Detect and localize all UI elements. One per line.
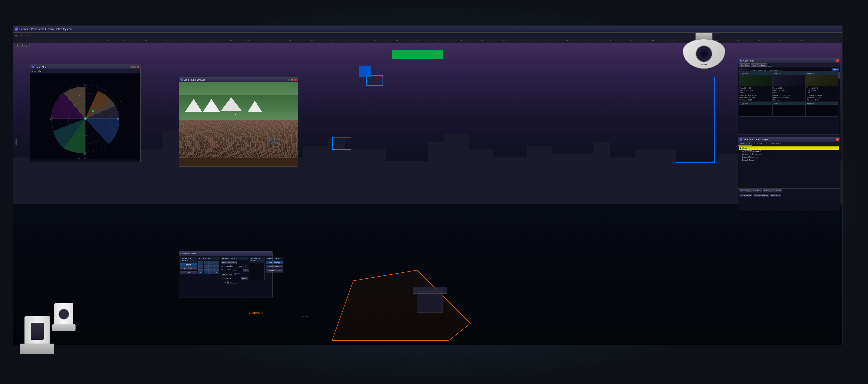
target-thumb-5 <box>773 105 805 116</box>
ptz-section: PTZ Control ↖ ↑ ↗ + ← ● → - ↙ ↓ <box>198 257 220 285</box>
camera-scati-label: SCATI <box>701 63 707 65</box>
ptz-left-btn[interactable]: ← <box>198 265 204 270</box>
alarm-cell-2: Target Info Time: 12:39:42Date: 2022-11-… <box>773 72 806 102</box>
radar-maximize-btn[interactable]: □ <box>133 66 136 68</box>
left-controls: x1 x2 x4 <box>15 43 30 47</box>
save-time-btn[interactable]: Save Time(Desc) <box>751 63 767 67</box>
blue-nav-square <box>359 65 371 77</box>
vll-minimize-btn[interactable]: _ <box>288 79 290 81</box>
target-thumb-2 <box>773 75 805 86</box>
target-thumb-6 <box>806 105 839 116</box>
save-checkbox[interactable] <box>768 64 771 67</box>
target-info-text-2: Time: 12:39:42Date: 2022-11-25Size:Coord… <box>773 86 805 101</box>
auto-videoing-btn[interactable]: Auto Videoing <box>266 261 283 264</box>
alarm-panel-titlebar: Alarm Img × <box>738 58 840 63</box>
new-zone-btn[interactable]: New Zone <box>751 189 762 193</box>
open-video-btn[interactable]: Open Video <box>266 265 283 268</box>
az-offset-input[interactable] <box>235 265 246 268</box>
ptz-downright-btn[interactable]: ↘ <box>209 270 214 274</box>
login-btn[interactable]: Login <box>180 263 197 266</box>
target-info-label-5: Target Info <box>773 102 805 105</box>
tree-item-aimves[interactable]: AIM-VES[Detecting...] <box>739 150 839 153</box>
zoom-val-input[interactable] <box>227 281 238 284</box>
default-zoom-input[interactable] <box>234 273 240 276</box>
vll-maximize-btn[interactable]: □ <box>291 79 293 81</box>
open-calibration-btn[interactable]: Open Calibration <box>221 261 237 264</box>
azimuth-val-input[interactable] <box>229 277 240 280</box>
new-group-btn[interactable]: New Group <box>739 189 750 193</box>
zoom-x4-btn[interactable]: x4 <box>25 43 30 47</box>
set-btn[interactable]: Set <box>243 269 248 272</box>
open-path-btn[interactable]: Open <box>832 68 839 71</box>
save-path-display: C:/install/Orex/publish_All_20221024/pub… <box>748 68 831 71</box>
main-target-rect-2 <box>332 137 351 150</box>
vll-icon <box>180 79 183 81</box>
open-tracker-btn[interactable]: Open Tracker <box>739 194 752 197</box>
ptz-zoomout-btn[interactable]: - <box>214 265 219 270</box>
target-info-label-4: Target Info <box>739 102 772 105</box>
save-path-val: C:/install/Orex/publish_All_20221024/pub… <box>748 69 782 71</box>
tab-select-zone[interactable]: Select Zone <box>738 142 752 146</box>
tree-item-parque[interactable]: Parque[Detecting...] <box>739 156 839 158</box>
default-zoom-label: Default Zoom : <box>221 274 234 276</box>
save-slice-btn[interactable]: Save Slice <box>739 63 750 67</box>
target-info-text-3: Time: 12:39:46Date: 2022-11-35Size:Coord… <box>806 86 839 101</box>
ptz-downleft-btn[interactable]: ↙ <box>198 270 204 274</box>
tree-item-default[interactable]: Default Group <box>739 158 839 161</box>
vll-close-btn[interactable]: × <box>294 79 297 81</box>
radar-sector-a: A <box>120 101 121 103</box>
video-section: Video Control Auto Videoing Open Video C… <box>266 257 283 285</box>
open-monograph-btn[interactable]: Open Monograph <box>753 194 769 197</box>
radar-display: 0 90 180 270 B A [0] [0] [0] <box>30 73 141 160</box>
alarm-close-btn[interactable]: × <box>836 59 839 62</box>
ptz-upleft-btn[interactable]: ↖ <box>198 261 204 265</box>
ptz-right-btn[interactable]: → <box>209 265 214 270</box>
open-vault-btn[interactable]: Open Vault <box>770 194 781 197</box>
zoom-x2[interactable]: x2 <box>21 34 22 36</box>
quit-btn[interactable]: Quit <box>180 271 197 274</box>
alarm-cell-3: Target Info Time: 12:39:46Date: 2022-11-… <box>806 72 839 102</box>
alarm-grid: Target Info Time: 12:41:04Date: 2022-11-… <box>738 71 840 117</box>
tab-horizontal-zone[interactable]: Horizontal Zone <box>752 142 769 146</box>
target-info-label-1: Target Info <box>739 72 772 75</box>
zoom-x1[interactable]: x1 <box>15 34 17 36</box>
dzm-close-btn[interactable]: × <box>836 138 839 141</box>
zoom-x1-btn[interactable]: x1 <box>15 43 19 47</box>
tab-false-alarm[interactable]: False Alarm <box>769 142 782 146</box>
app-icon <box>15 27 18 31</box>
ptz-focus-btn[interactable]: F <box>214 270 219 274</box>
radar-panel-titlebar: Radar Map _ □ × <box>30 65 141 69</box>
zoom-x2-btn[interactable]: x2 <box>20 43 25 47</box>
pitch-offset-input[interactable] <box>232 269 242 272</box>
radar-close-btn[interactable]: × <box>136 66 139 68</box>
dzm-panel-titlebar: Detection Zone Manager × <box>738 137 840 142</box>
clear-preview-btn[interactable]: Clear Preview <box>180 267 197 270</box>
ptz-zoomin-btn[interactable]: + <box>214 261 219 265</box>
connect-line-vertical <box>714 77 715 163</box>
delete-btn[interactable]: Delete <box>763 189 771 193</box>
lidar-sensor <box>31 323 43 340</box>
ptz-center-btn[interactable]: ● <box>204 265 209 270</box>
ptz-down-btn[interactable]: ↓ <box>204 270 209 274</box>
save-path-label: Save Path: <box>739 68 747 70</box>
zoom-x4[interactable]: x4 <box>26 34 27 36</box>
dzm-icon <box>740 138 742 141</box>
pitch-offset-label: Pitch Offset : <box>221 268 231 273</box>
simulation-area <box>250 263 265 280</box>
top-delete-btn[interactable]: Top Delete <box>771 189 782 193</box>
svg-point-11 <box>92 110 94 112</box>
svg-text:90: 90 <box>117 118 119 120</box>
close-video-btn[interactable]: Close Video <box>266 269 283 272</box>
connection-section: Connection Control Login Clear Preview Q… <box>180 257 197 285</box>
ptz-upright-btn[interactable]: ↗ <box>209 261 214 265</box>
radar-minimize-btn[interactable]: _ <box>130 66 133 68</box>
ptz-up-btn[interactable]: ↑ <box>204 261 209 265</box>
radar-svg: 0 90 180 270 <box>30 73 141 160</box>
target-thumb-3 <box>806 75 839 86</box>
alarm-scrollbar-thumb[interactable] <box>838 72 840 79</box>
alarm-scrollbar[interactable] <box>838 71 840 135</box>
move-btn[interactable]: Move <box>241 277 248 280</box>
tree-item-cimperial[interactable]: C_Imperial[Detecting...] <box>739 153 839 156</box>
main-window: Scanned Panoramic Electro-Optics System … <box>13 26 842 345</box>
tree-root-scati[interactable]: ▶ SCATI <box>739 146 839 150</box>
